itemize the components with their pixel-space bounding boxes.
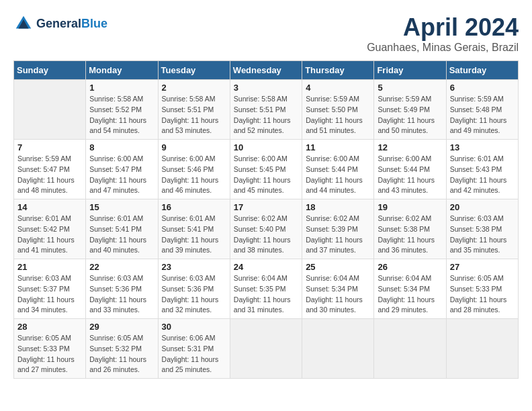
day-number: 24 [234,262,298,272]
day-number: 19 [378,202,442,212]
day-number: 11 [306,142,370,152]
day-info: Sunrise: 6:02 AMSunset: 5:38 PMDaylight:… [378,214,442,256]
day-info: Sunrise: 5:59 AMSunset: 5:50 PMDaylight:… [306,94,370,136]
day-number: 18 [306,202,370,212]
day-number: 25 [306,262,370,272]
day-info: Sunrise: 6:00 AMSunset: 5:44 PMDaylight:… [378,154,442,196]
day-number: 12 [378,142,442,152]
day-number: 17 [234,202,298,212]
calendar-table: SundayMondayTuesdayWednesdayThursdayFrid… [13,60,519,379]
day-info: Sunrise: 6:00 AMSunset: 5:46 PMDaylight:… [162,154,226,196]
calendar-cell: 7Sunrise: 5:59 AMSunset: 5:47 PMDaylight… [14,140,86,199]
column-header-friday: Friday [374,61,446,80]
day-info: Sunrise: 6:05 AMSunset: 5:32 PMDaylight:… [89,333,154,375]
calendar-cell [374,319,446,379]
calendar-cell: 11Sunrise: 6:00 AMSunset: 5:44 PMDayligh… [302,140,374,199]
calendar-cell: 19Sunrise: 6:02 AMSunset: 5:38 PMDayligh… [374,199,446,259]
calendar-cell: 29Sunrise: 6:05 AMSunset: 5:32 PMDayligh… [86,319,158,379]
calendar-week-row: 21Sunrise: 6:03 AMSunset: 5:37 PMDayligh… [14,259,519,319]
day-info: Sunrise: 6:00 AMSunset: 5:44 PMDaylight:… [306,154,370,196]
calendar-cell: 22Sunrise: 6:03 AMSunset: 5:36 PMDayligh… [86,259,158,319]
column-header-monday: Monday [86,61,158,80]
day-number: 16 [162,202,226,212]
day-info: Sunrise: 6:06 AMSunset: 5:31 PMDaylight:… [162,333,226,375]
calendar-cell: 23Sunrise: 6:03 AMSunset: 5:36 PMDayligh… [158,259,230,319]
calendar-cell [14,80,86,140]
calendar-cell: 17Sunrise: 6:02 AMSunset: 5:40 PMDayligh… [230,199,302,259]
calendar-cell: 2Sunrise: 5:58 AMSunset: 5:51 PMDaylight… [158,80,230,140]
calendar-cell: 8Sunrise: 6:00 AMSunset: 5:47 PMDaylight… [86,140,158,199]
day-number: 29 [89,322,154,332]
calendar-subtitle: Guanhaes, Minas Gerais, Brazil [367,42,519,54]
calendar-cell: 30Sunrise: 6:06 AMSunset: 5:31 PMDayligh… [158,319,230,379]
calendar-cell: 14Sunrise: 6:01 AMSunset: 5:42 PMDayligh… [14,199,86,259]
calendar-cell: 6Sunrise: 5:59 AMSunset: 5:48 PMDaylight… [446,80,518,140]
day-info: Sunrise: 6:03 AMSunset: 5:37 PMDaylight:… [17,273,82,316]
day-number: 15 [89,202,154,212]
calendar-cell: 28Sunrise: 6:05 AMSunset: 5:33 PMDayligh… [14,319,86,379]
logo-icon [13,13,34,34]
calendar-week-row: 1Sunrise: 5:58 AMSunset: 5:52 PMDaylight… [14,80,519,140]
day-info: Sunrise: 5:58 AMSunset: 5:51 PMDaylight:… [162,94,226,136]
day-number: 3 [234,83,298,93]
day-info: Sunrise: 6:04 AMSunset: 5:35 PMDaylight:… [234,273,298,316]
logo-text-general: General [36,17,81,30]
calendar-week-row: 28Sunrise: 6:05 AMSunset: 5:33 PMDayligh… [14,319,519,379]
calendar-cell: 25Sunrise: 6:04 AMSunset: 5:34 PMDayligh… [302,259,374,319]
day-number: 5 [378,83,442,93]
day-info: Sunrise: 6:01 AMSunset: 5:41 PMDaylight:… [162,214,226,256]
day-number: 21 [17,262,82,272]
calendar-cell: 21Sunrise: 6:03 AMSunset: 5:37 PMDayligh… [14,259,86,319]
day-info: Sunrise: 6:02 AMSunset: 5:39 PMDaylight:… [306,214,370,256]
column-header-wednesday: Wednesday [230,61,302,80]
logo: GeneralBlue [13,13,107,34]
day-info: Sunrise: 5:59 AMSunset: 5:47 PMDaylight:… [17,154,82,196]
day-number: 2 [162,83,226,93]
title-block: April 2024 Guanhaes, Minas Gerais, Brazi… [367,13,519,54]
day-number: 26 [378,262,442,272]
day-number: 20 [450,202,515,212]
calendar-header-row: SundayMondayTuesdayWednesdayThursdayFrid… [14,61,519,80]
day-number: 27 [450,262,515,272]
day-info: Sunrise: 5:58 AMSunset: 5:51 PMDaylight:… [234,94,298,136]
calendar-cell: 12Sunrise: 6:00 AMSunset: 5:44 PMDayligh… [374,140,446,199]
calendar-cell: 9Sunrise: 6:00 AMSunset: 5:46 PMDaylight… [158,140,230,199]
calendar-cell: 24Sunrise: 6:04 AMSunset: 5:35 PMDayligh… [230,259,302,319]
day-info: Sunrise: 6:00 AMSunset: 5:47 PMDaylight:… [89,154,154,196]
calendar-cell: 5Sunrise: 5:59 AMSunset: 5:49 PMDaylight… [374,80,446,140]
column-header-saturday: Saturday [446,61,518,80]
column-header-sunday: Sunday [14,61,86,80]
calendar-cell: 26Sunrise: 6:04 AMSunset: 5:34 PMDayligh… [374,259,446,319]
day-info: Sunrise: 6:01 AMSunset: 5:42 PMDaylight:… [17,214,82,256]
day-info: Sunrise: 6:04 AMSunset: 5:34 PMDaylight:… [378,273,442,316]
day-number: 28 [17,322,82,332]
day-info: Sunrise: 6:03 AMSunset: 5:36 PMDaylight:… [162,273,226,316]
day-info: Sunrise: 6:03 AMSunset: 5:38 PMDaylight:… [450,214,515,256]
day-info: Sunrise: 5:59 AMSunset: 5:48 PMDaylight:… [450,94,515,136]
day-info: Sunrise: 6:04 AMSunset: 5:34 PMDaylight:… [306,273,370,316]
day-info: Sunrise: 6:00 AMSunset: 5:45 PMDaylight:… [234,154,298,196]
day-info: Sunrise: 6:05 AMSunset: 5:33 PMDaylight:… [450,273,515,316]
calendar-cell: 15Sunrise: 6:01 AMSunset: 5:41 PMDayligh… [86,199,158,259]
column-header-thursday: Thursday [302,61,374,80]
page-header: GeneralBlue April 2024 Guanhaes, Minas G… [13,13,519,54]
calendar-cell [230,319,302,379]
day-number: 9 [162,142,226,152]
calendar-cell [446,319,518,379]
day-info: Sunrise: 6:01 AMSunset: 5:41 PMDaylight:… [89,214,154,256]
day-info: Sunrise: 6:05 AMSunset: 5:33 PMDaylight:… [17,333,82,375]
day-number: 10 [234,142,298,152]
calendar-cell: 20Sunrise: 6:03 AMSunset: 5:38 PMDayligh… [446,199,518,259]
column-header-tuesday: Tuesday [158,61,230,80]
day-number: 1 [89,83,154,93]
calendar-cell: 16Sunrise: 6:01 AMSunset: 5:41 PMDayligh… [158,199,230,259]
calendar-cell: 4Sunrise: 5:59 AMSunset: 5:50 PMDaylight… [302,80,374,140]
calendar-cell: 1Sunrise: 5:58 AMSunset: 5:52 PMDaylight… [86,80,158,140]
day-number: 7 [17,142,82,152]
calendar-week-row: 14Sunrise: 6:01 AMSunset: 5:42 PMDayligh… [14,199,519,259]
calendar-cell: 10Sunrise: 6:00 AMSunset: 5:45 PMDayligh… [230,140,302,199]
day-number: 6 [450,83,515,93]
day-info: Sunrise: 5:59 AMSunset: 5:49 PMDaylight:… [378,94,442,136]
calendar-cell: 18Sunrise: 6:02 AMSunset: 5:39 PMDayligh… [302,199,374,259]
calendar-week-row: 7Sunrise: 5:59 AMSunset: 5:47 PMDaylight… [14,140,519,199]
